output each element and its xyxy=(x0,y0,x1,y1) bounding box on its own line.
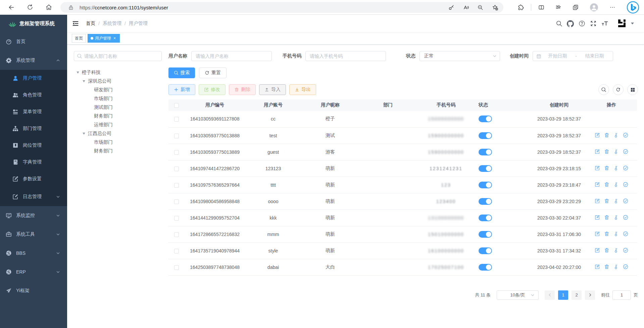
row-edit-icon[interactable] xyxy=(595,231,600,236)
tree-node-测试部门[interactable]: 测试部门 xyxy=(74,103,162,112)
status-toggle[interactable] xyxy=(479,115,492,122)
select-all-checkbox[interactable] xyxy=(174,103,179,108)
row-edit-icon[interactable] xyxy=(595,264,600,269)
reset-button[interactable]: 重置 xyxy=(199,67,227,78)
row-resetpwd-icon[interactable] xyxy=(613,264,619,269)
prev-page-button[interactable] xyxy=(545,290,555,300)
status-toggle[interactable] xyxy=(479,231,492,238)
row-delete-icon[interactable] xyxy=(604,215,609,220)
search-button[interactable]: 搜索 xyxy=(168,67,195,78)
sidebar-item-ERP[interactable]: ERP xyxy=(0,263,67,281)
row-resetpwd-icon[interactable] xyxy=(613,132,619,138)
status-toggle[interactable] xyxy=(479,149,492,155)
tab-用户管理[interactable]: 用户管理× xyxy=(88,34,120,43)
sidebar-item-系统工具[interactable]: 系统工具 xyxy=(0,225,67,244)
row-assign-icon[interactable] xyxy=(623,215,628,220)
tree-node-研发部门[interactable]: 研发部门 xyxy=(74,86,162,94)
address-bar[interactable]: https://ccnetcore.com:1101/system/user xyxy=(60,2,503,13)
table-columns-icon[interactable] xyxy=(627,84,638,95)
row-delete-icon[interactable] xyxy=(604,149,609,154)
app-logo[interactable]: 意框架管理系统 xyxy=(0,15,67,32)
row-checkbox[interactable] xyxy=(174,134,179,138)
page-size-select[interactable]: 10条/页 xyxy=(497,290,539,300)
browser-profile-icon[interactable] xyxy=(590,3,598,12)
sidebar-item-BBS[interactable]: BBS xyxy=(0,244,67,263)
tab-首页[interactable]: 首页 xyxy=(72,34,86,43)
phone-input[interactable] xyxy=(305,51,386,61)
row-delete-icon[interactable] xyxy=(604,264,609,269)
browser-home-icon[interactable] xyxy=(44,3,53,12)
row-delete-icon[interactable] xyxy=(604,132,609,138)
status-toggle[interactable] xyxy=(479,165,492,172)
row-delete-icon[interactable] xyxy=(604,182,609,187)
export-button[interactable]: 导出 xyxy=(289,84,316,95)
status-toggle[interactable] xyxy=(479,247,492,254)
extensions-icon[interactable] xyxy=(518,4,524,10)
row-assign-icon[interactable] xyxy=(623,231,628,236)
row-checkbox[interactable] xyxy=(174,216,179,221)
tree-caret-icon[interactable] xyxy=(80,80,88,83)
tree-node-运维部门[interactable]: 运维部门 xyxy=(74,121,162,129)
row-checkbox[interactable] xyxy=(174,117,179,122)
lock-icon[interactable] xyxy=(68,5,73,10)
split-screen-icon[interactable] xyxy=(538,4,544,10)
bing-icon[interactable] xyxy=(627,1,639,14)
sidebar-item-角色管理[interactable]: 角色管理 xyxy=(0,87,67,103)
sidebar-item-参数设置[interactable]: 参数设置 xyxy=(0,171,67,187)
row-assign-icon[interactable] xyxy=(623,165,628,171)
date-range-picker[interactable]: 开始日期 - 结束日期 xyxy=(533,51,613,61)
sidebar-item-系统监控[interactable]: 系统监控 xyxy=(0,206,67,225)
browser-back-icon[interactable] xyxy=(7,3,16,12)
tree-node-市场部门[interactable]: 市场部门 xyxy=(74,138,162,147)
row-edit-icon[interactable] xyxy=(595,182,600,187)
row-delete-icon[interactable] xyxy=(604,231,609,236)
tree-node-江西总公司[interactable]: 江西总公司 xyxy=(74,129,162,138)
tree-node-财务部门[interactable]: 财务部门 xyxy=(74,112,162,121)
row-resetpwd-icon[interactable] xyxy=(613,149,619,154)
fullscreen-icon[interactable] xyxy=(590,20,597,27)
row-assign-icon[interactable] xyxy=(623,132,628,138)
row-resetpwd-icon[interactable] xyxy=(613,182,619,187)
password-key-icon[interactable] xyxy=(448,4,454,10)
row-checkbox[interactable] xyxy=(174,167,179,171)
user-avatar[interactable] xyxy=(617,18,634,29)
row-checkbox[interactable] xyxy=(174,150,179,155)
dept-search-input[interactable] xyxy=(74,51,162,61)
row-checkbox[interactable] xyxy=(174,183,179,188)
browser-menu-icon[interactable] xyxy=(609,4,615,10)
import-button[interactable]: 导入 xyxy=(259,84,286,95)
status-toggle[interactable] xyxy=(479,198,492,205)
row-assign-icon[interactable] xyxy=(623,149,628,154)
row-edit-icon[interactable] xyxy=(595,149,600,154)
tree-node-市场部门[interactable]: 市场部门 xyxy=(74,94,162,103)
status-toggle[interactable] xyxy=(479,182,492,188)
tree-caret-icon[interactable] xyxy=(80,132,88,135)
tree-node-橙子科技[interactable]: 橙子科技 xyxy=(74,68,162,77)
font-size-icon[interactable] xyxy=(601,20,608,27)
username-input[interactable] xyxy=(191,51,272,61)
row-resetpwd-icon[interactable] xyxy=(613,165,619,171)
row-checkbox[interactable] xyxy=(174,232,179,237)
row-checkbox[interactable] xyxy=(174,199,179,204)
row-checkbox[interactable] xyxy=(174,249,179,253)
row-resetpwd-icon[interactable] xyxy=(613,198,619,203)
collections-icon[interactable] xyxy=(573,4,579,10)
row-delete-icon[interactable] xyxy=(604,198,609,203)
read-aloud-icon[interactable] xyxy=(463,5,469,10)
zoom-out-icon[interactable] xyxy=(478,5,483,10)
row-edit-icon[interactable] xyxy=(595,132,600,138)
status-toggle[interactable] xyxy=(479,215,492,221)
add-button[interactable]: 新增 xyxy=(168,84,195,95)
status-toggle[interactable] xyxy=(479,132,492,139)
row-delete-icon[interactable] xyxy=(604,247,609,253)
row-resetpwd-icon[interactable] xyxy=(613,215,619,220)
browser-refresh-icon[interactable] xyxy=(25,3,35,12)
row-edit-icon[interactable] xyxy=(595,247,600,253)
tree-caret-icon[interactable] xyxy=(74,71,82,74)
row-resetpwd-icon[interactable] xyxy=(613,247,619,253)
header-search-icon[interactable] xyxy=(555,20,562,27)
help-icon[interactable] xyxy=(578,20,585,27)
sidebar-item-首页[interactable]: 首页 xyxy=(0,32,67,51)
row-assign-icon[interactable] xyxy=(623,198,628,203)
row-edit-icon[interactable] xyxy=(595,198,600,203)
